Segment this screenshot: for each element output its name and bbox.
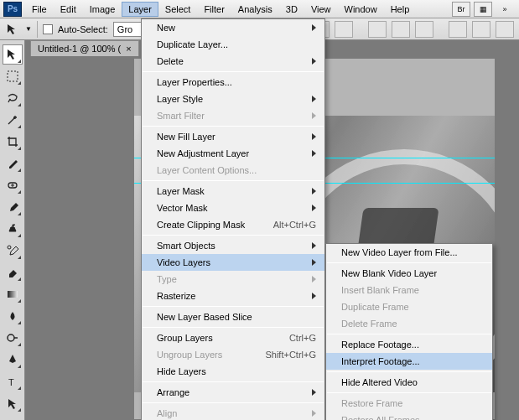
- menu-item-label: Align: [157, 408, 177, 418]
- layer-menu-item-layer-mask[interactable]: Layer Mask: [142, 183, 324, 200]
- auto-select-checkbox[interactable]: [43, 24, 53, 34]
- menu-3d[interactable]: 3D: [279, 2, 304, 17]
- gradient-tool[interactable]: [3, 284, 23, 304]
- tool-preset-dropdown-icon[interactable]: ▼: [25, 25, 32, 33]
- bridge-button[interactable]: Br: [452, 2, 470, 17]
- submenu-arrow-icon: [312, 276, 316, 283]
- layer-menu-item-video-layers[interactable]: Video Layers: [142, 254, 324, 271]
- menu-item-label: Ungroup Layers: [157, 350, 222, 360]
- layer-menu-item-rasterize[interactable]: Rasterize: [142, 288, 324, 304]
- submenu-arrow-icon: [312, 58, 316, 65]
- menu-item-label: Vector Mask: [157, 203, 208, 213]
- type-tool[interactable]: T: [3, 371, 23, 391]
- submenu-arrow-icon: [312, 133, 316, 140]
- menu-item-label: Create Clipping Mask: [157, 220, 245, 230]
- menu-file[interactable]: File: [25, 2, 54, 17]
- menu-item-label: Type: [157, 274, 177, 284]
- align-button-3[interactable]: [335, 21, 353, 38]
- svg-rect-0: [8, 71, 18, 81]
- svg-point-2: [8, 246, 11, 249]
- video-layers-submenu: New Video Layer from File...New Blank Vi…: [325, 243, 493, 420]
- layer-menu-item-hide-layers[interactable]: Hide Layers: [142, 363, 324, 380]
- menu-item-label: Smart Filter: [157, 111, 205, 121]
- marquee-tool[interactable]: [3, 66, 23, 86]
- video-menu-item-new-blank-video-layer[interactable]: New Blank Video Layer: [326, 265, 492, 282]
- overflow-button[interactable]: »: [496, 2, 514, 17]
- menu-layer[interactable]: Layer: [122, 2, 158, 17]
- layer-menu-item-new[interactable]: New: [142, 19, 324, 36]
- align-button-6[interactable]: [415, 21, 433, 38]
- layer-menu-item-new-layer-based-slice[interactable]: New Layer Based Slice: [142, 309, 324, 325]
- blur-tool[interactable]: [3, 306, 23, 326]
- distribute-button-3[interactable]: [496, 21, 514, 38]
- app-icon: Ps: [3, 2, 22, 17]
- lasso-tool[interactable]: [3, 88, 23, 108]
- document-tab[interactable]: Untitled-1 @ 100% ( ×: [30, 40, 139, 56]
- magic-wand-tool[interactable]: [3, 110, 23, 130]
- menu-separator: [327, 371, 491, 372]
- submenu-arrow-icon: [312, 24, 316, 31]
- distribute-button-2[interactable]: [472, 21, 490, 38]
- svg-rect-3: [8, 291, 18, 298]
- menu-separator: [143, 71, 324, 72]
- clone-stamp-tool[interactable]: [3, 219, 23, 239]
- history-brush-tool[interactable]: [3, 241, 23, 261]
- submenu-arrow-icon: [312, 293, 316, 299]
- menu-separator: [143, 235, 324, 236]
- video-menu-item-new-video-layer-from-file[interactable]: New Video Layer from File...: [326, 244, 492, 261]
- menu-edit[interactable]: Edit: [54, 2, 83, 17]
- menu-image[interactable]: Image: [83, 2, 122, 17]
- layer-menu-item-vector-mask[interactable]: Vector Mask: [142, 200, 324, 216]
- menu-filter[interactable]: Filter: [197, 2, 231, 17]
- video-menu-item-restore-frame: Restore Frame: [326, 395, 492, 412]
- layer-menu-item-new-adjustment-layer[interactable]: New Adjustment Layer: [142, 145, 324, 162]
- submenu-arrow-icon: [312, 389, 316, 396]
- menu-item-label: Hide Layers: [157, 366, 206, 376]
- menu-select[interactable]: Select: [158, 2, 198, 17]
- video-menu-item-delete-frame: Delete Frame: [326, 315, 492, 332]
- healing-brush-tool[interactable]: [3, 175, 23, 195]
- menu-window[interactable]: Window: [338, 2, 384, 17]
- dodge-tool[interactable]: [3, 328, 23, 348]
- auto-select-label: Auto-Select:: [58, 24, 108, 34]
- align-button-4[interactable]: [368, 21, 387, 38]
- menu-item-label: Delete: [157, 56, 184, 66]
- keyboard-shortcut: Shift+Ctrl+G: [265, 350, 316, 360]
- menu-separator: [143, 306, 324, 307]
- close-icon[interactable]: ×: [126, 44, 131, 54]
- video-menu-item-hide-altered-video[interactable]: Hide Altered Video: [326, 374, 492, 391]
- menu-item-label: Group Layers: [157, 333, 213, 343]
- menu-separator: [327, 262, 491, 263]
- submenu-arrow-icon: [312, 205, 316, 211]
- layer-menu-item-layer-properties[interactable]: Layer Properties...: [142, 74, 324, 91]
- layer-menu-item-group-layers[interactable]: Group LayersCtrl+G: [142, 329, 324, 346]
- layer-menu-item-new-fill-layer[interactable]: New Fill Layer: [142, 128, 324, 145]
- menu-help[interactable]: Help: [384, 2, 417, 17]
- distribute-button-1[interactable]: [449, 21, 467, 38]
- eraser-tool[interactable]: [3, 262, 23, 283]
- eyedropper-tool[interactable]: [3, 153, 23, 174]
- layer-menu-item-layer-style[interactable]: Layer Style: [142, 91, 324, 107]
- path-selection-tool[interactable]: [3, 393, 23, 413]
- layer-menu-item-delete[interactable]: Delete: [142, 53, 324, 70]
- submenu-arrow-icon: [312, 96, 316, 102]
- screen-mode-button[interactable]: ▦: [474, 2, 492, 17]
- video-menu-item-replace-footage[interactable]: Replace Footage...: [326, 336, 492, 353]
- layer-menu-item-smart-objects[interactable]: Smart Objects: [142, 237, 324, 254]
- layer-menu-item-ungroup-layers: Ungroup LayersShift+Ctrl+G: [142, 346, 324, 363]
- crop-tool[interactable]: [3, 132, 23, 152]
- menu-view[interactable]: View: [304, 2, 338, 17]
- pen-tool[interactable]: [3, 350, 23, 370]
- video-menu-item-interpret-footage[interactable]: Interpret Footage...: [326, 353, 492, 370]
- layer-menu-item-create-clipping-mask[interactable]: Create Clipping MaskAlt+Ctrl+G: [142, 216, 324, 233]
- menu-item-label: Layer Mask: [157, 186, 205, 196]
- menu-separator: [143, 402, 324, 403]
- menu-item-label: New Blank Video Layer: [341, 268, 437, 278]
- layer-menu-item-duplicate-layer[interactable]: Duplicate Layer...: [142, 36, 324, 53]
- brush-tool[interactable]: [3, 197, 23, 217]
- menu-item-label: Rasterize: [157, 291, 195, 301]
- menu-analysis[interactable]: Analysis: [231, 2, 279, 17]
- layer-menu-item-arrange[interactable]: Arrange: [142, 384, 324, 401]
- align-button-5[interactable]: [392, 21, 410, 38]
- move-tool[interactable]: [3, 44, 23, 65]
